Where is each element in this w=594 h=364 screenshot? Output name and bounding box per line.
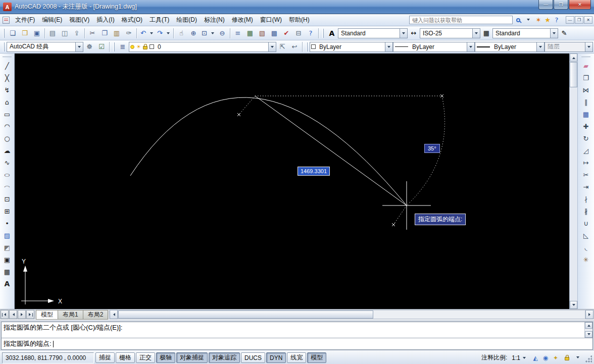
toolbar-grip[interactable] xyxy=(306,42,308,51)
mirror-tool-button[interactable]: ⋈ xyxy=(580,84,592,96)
move-tool-button[interactable]: ✚ xyxy=(580,120,592,132)
paste-button[interactable]: ▥ xyxy=(111,27,123,39)
ducs-toggle[interactable]: DUCS xyxy=(241,352,265,363)
trim-tool-button[interactable]: ✂ xyxy=(580,169,592,181)
erase-tool-button[interactable]: ▰ xyxy=(580,60,592,72)
new-button[interactable]: ❏ xyxy=(7,27,19,39)
table-style-combo[interactable]: Standard xyxy=(492,28,558,38)
scroll-right-button[interactable] xyxy=(585,310,593,319)
construction-line-tool-button[interactable]: ╳ xyxy=(1,72,13,84)
table-tool-button[interactable]: ▦ xyxy=(1,266,13,278)
vertical-scroll-track[interactable] xyxy=(570,62,577,301)
dynamic-input-length-field[interactable]: 1469.3301 xyxy=(298,167,330,176)
markup-button[interactable]: ✔ xyxy=(280,27,292,39)
rectangle-tool-button[interactable]: ▭ xyxy=(1,108,13,120)
designcenter-button[interactable]: ▦ xyxy=(244,27,256,39)
tab-first-button[interactable] xyxy=(1,310,9,319)
plot-preview-button[interactable]: ◫ xyxy=(59,27,71,39)
plot-button[interactable]: ▤ xyxy=(46,27,59,39)
dim-style-icon[interactable]: ↔ xyxy=(408,27,420,39)
menu-item[interactable]: 视图(V) xyxy=(66,14,93,26)
dyn-toggle[interactable]: DYN xyxy=(266,352,286,363)
insert-block-tool-button[interactable]: ⊡ xyxy=(1,193,13,205)
annotation-scale-combo[interactable]: 1:1 xyxy=(509,353,529,363)
point-tool-button[interactable]: • xyxy=(1,217,13,229)
open-button[interactable]: ❒ xyxy=(19,27,31,39)
scroll-down-button[interactable] xyxy=(570,301,577,309)
menu-item[interactable]: 文件(F) xyxy=(12,14,38,26)
zoom-realtime-button[interactable]: ⊕ xyxy=(187,27,200,39)
menu-item[interactable]: 标注(N) xyxy=(201,14,228,26)
communication-center-icon[interactable]: ✶ xyxy=(534,16,543,25)
lwt-toggle[interactable]: 线宽 xyxy=(287,352,306,363)
menu-item[interactable]: 编辑(E) xyxy=(38,14,66,26)
combo-arrow-icon[interactable] xyxy=(385,42,392,51)
table-style-icon[interactable]: ▦ xyxy=(480,27,492,39)
scroll-up-button[interactable] xyxy=(570,54,577,62)
command-scroll-up-button[interactable] xyxy=(585,322,592,329)
cut-button[interactable]: ✂ xyxy=(86,27,98,39)
explode-tool-button[interactable]: ✳ xyxy=(580,253,592,266)
grid-toggle[interactable]: 栅格 xyxy=(116,352,135,363)
line-tool-button[interactable]: ╱ xyxy=(1,60,13,72)
quickcalc-button[interactable]: ⊟ xyxy=(292,27,305,39)
zoom-previous-button[interactable]: ⊖ xyxy=(216,27,228,39)
pan-button[interactable]: ☝ xyxy=(175,27,187,39)
toolbar-grip[interactable] xyxy=(581,56,590,57)
coordinates-display[interactable]: 3032.1680, 811.7790 , 0.0000 xyxy=(2,352,94,363)
command-scrollbar[interactable] xyxy=(584,322,592,338)
toolbar-grip[interactable] xyxy=(3,42,5,51)
infocenter-help-icon[interactable]: ? xyxy=(552,16,561,25)
toolbar-grip[interactable] xyxy=(3,29,5,38)
menu-item[interactable]: 绘图(D) xyxy=(173,14,201,26)
combo-arrow-icon[interactable] xyxy=(75,42,83,51)
fillet-tool-button[interactable]: ◟ xyxy=(580,241,592,253)
make-block-tool-button[interactable]: ⊞ xyxy=(1,205,13,217)
revision-cloud-tool-button[interactable]: ☁ xyxy=(1,144,13,157)
help-button[interactable]: ? xyxy=(305,27,317,39)
layer-properties-manager-button[interactable]: ≣ xyxy=(117,41,129,53)
scroll-left-button[interactable] xyxy=(110,310,118,319)
search-dropdown-arrow[interactable] xyxy=(524,16,533,25)
offset-tool-button[interactable]: ∥ xyxy=(580,96,592,108)
tab-next-button[interactable] xyxy=(18,310,26,319)
match-properties-button[interactable]: ✑ xyxy=(123,27,135,39)
snap-toggle[interactable]: 捕捉 xyxy=(95,352,115,363)
vertical-scrollbar[interactable] xyxy=(569,54,577,309)
command-input-line[interactable]: 指定圆弧的端点: xyxy=(2,338,592,349)
undo-button[interactable]: ↶ xyxy=(138,27,155,39)
break-at-point-tool-button[interactable]: ∤ xyxy=(580,193,592,205)
menu-item[interactable]: 插入(I) xyxy=(93,14,118,26)
spline-tool-button[interactable]: ∿ xyxy=(1,157,13,169)
horizontal-scroll-track[interactable] xyxy=(118,310,585,319)
command-history[interactable]: 指定圆弧的第二个点或 [圆心(C)/端点(E)]: xyxy=(2,322,592,338)
ortho-toggle[interactable]: 正交 xyxy=(136,352,155,363)
mdi-minimize-button[interactable]: — xyxy=(566,16,574,24)
drawing-file-icon[interactable] xyxy=(3,17,10,24)
minimize-button[interactable]: — xyxy=(538,0,553,10)
menu-item[interactable]: 窗口(W) xyxy=(257,14,285,26)
ellipse-arc-tool-button[interactable]: ◠ xyxy=(1,181,13,193)
command-scroll-down-button[interactable] xyxy=(585,331,592,338)
combo-arrow-icon[interactable] xyxy=(520,354,528,361)
combo-arrow-icon[interactable] xyxy=(400,29,407,38)
dim-style-combo[interactable]: ISO-25 xyxy=(420,28,480,38)
color-combo[interactable]: ByLayer xyxy=(310,42,393,52)
properties-button[interactable]: ≡ xyxy=(232,27,244,39)
copy-clip-button[interactable]: ❐ xyxy=(98,27,111,39)
workspace-combo[interactable]: AutoCAD 经典 xyxy=(7,42,83,52)
horizontal-scroll-thumb[interactable] xyxy=(118,310,373,319)
gradient-tool-button[interactable]: ◩ xyxy=(1,241,13,253)
tab-model[interactable]: 模型 xyxy=(36,310,58,320)
arc-tool-button[interactable]: ◠ xyxy=(1,120,13,132)
extend-tool-button[interactable]: ⇥ xyxy=(580,181,592,193)
resize-grip[interactable] xyxy=(585,352,592,363)
pencil-icon[interactable]: ✎ xyxy=(558,27,570,39)
mdi-restore-button[interactable]: ❐ xyxy=(575,16,583,24)
text-style-combo[interactable]: Standard xyxy=(338,28,408,38)
combo-arrow-icon[interactable] xyxy=(472,29,480,38)
lock-icon[interactable] xyxy=(562,353,572,363)
linetype-combo[interactable]: ByLayer xyxy=(393,42,475,52)
mtext-tool-button[interactable]: A xyxy=(1,278,13,290)
toolbar-grip[interactable] xyxy=(113,42,115,51)
